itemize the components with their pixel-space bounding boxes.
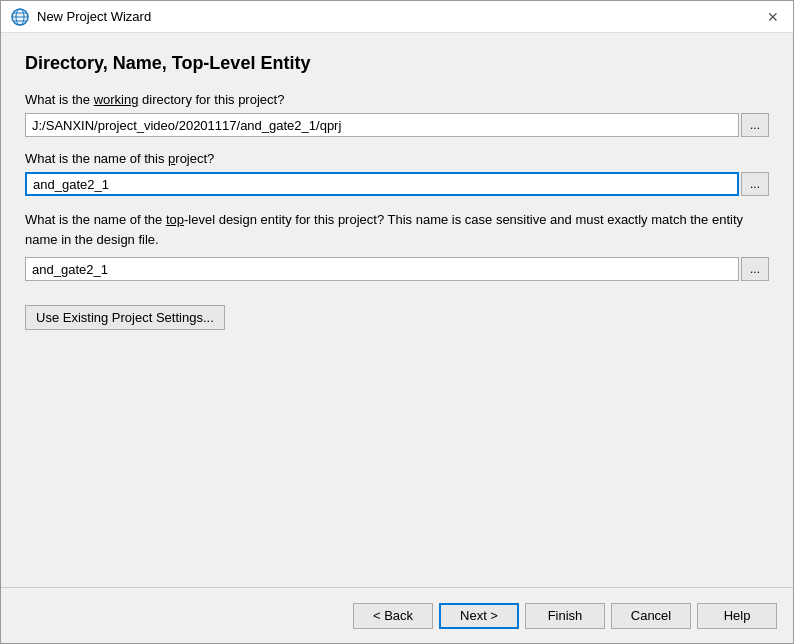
use-existing-settings-button[interactable]: Use Existing Project Settings... [25, 305, 225, 330]
footer: < Back Next > Finish Cancel Help [1, 587, 793, 643]
page-title: Directory, Name, Top-Level Entity [25, 53, 769, 74]
next-button[interactable]: Next > [439, 603, 519, 629]
close-button[interactable]: ✕ [763, 7, 783, 27]
project-name-input[interactable] [25, 172, 739, 196]
project-name-label: What is the name of this project? [25, 151, 769, 166]
project-name-row: ... [25, 172, 769, 196]
window-title: New Project Wizard [37, 9, 151, 24]
globe-icon [11, 8, 29, 26]
working-dir-input[interactable] [25, 113, 739, 137]
title-bar-left: New Project Wizard [11, 8, 151, 26]
cancel-button[interactable]: Cancel [611, 603, 691, 629]
top-level-description: What is the name of the top-level design… [25, 210, 769, 249]
back-button[interactable]: < Back [353, 603, 433, 629]
help-button[interactable]: Help [697, 603, 777, 629]
working-dir-browse-button[interactable]: ... [741, 113, 769, 137]
content-area: Directory, Name, Top-Level Entity What i… [1, 33, 793, 587]
working-dir-label: What is the working directory for this p… [25, 92, 769, 107]
top-level-input[interactable] [25, 257, 739, 281]
title-bar: New Project Wizard ✕ [1, 1, 793, 33]
top-level-row: ... [25, 257, 769, 281]
project-name-browse-button[interactable]: ... [741, 172, 769, 196]
working-dir-row: ... [25, 113, 769, 137]
svg-point-5 [12, 9, 28, 25]
main-window: New Project Wizard ✕ Directory, Name, To… [0, 0, 794, 644]
finish-button[interactable]: Finish [525, 603, 605, 629]
top-level-browse-button[interactable]: ... [741, 257, 769, 281]
